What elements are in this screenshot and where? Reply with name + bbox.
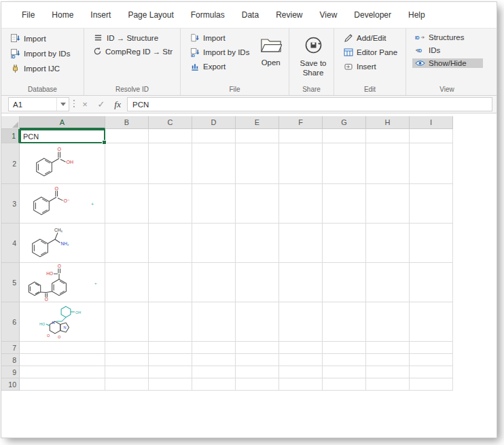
add-edit-button[interactable]: Add/Edit (340, 33, 401, 43)
cell-B6[interactable] (105, 302, 149, 342)
cell-I8[interactable] (410, 354, 453, 366)
row-header-1[interactable]: 1 (1, 129, 20, 143)
cell-A1[interactable]: PCN (20, 129, 105, 143)
cell-E7[interactable] (236, 342, 279, 354)
cell-D6[interactable] (192, 302, 236, 342)
cell-C4[interactable] (149, 224, 192, 263)
cell-G3[interactable] (323, 184, 366, 224)
name-box-dropdown[interactable] (56, 98, 69, 111)
row-header-2[interactable]: 2 (1, 143, 20, 184)
cell-A7[interactable] (20, 342, 105, 354)
cell-I2[interactable] (410, 143, 453, 184)
cell-E4[interactable] (236, 224, 279, 263)
cell-F8[interactable] (279, 354, 323, 366)
menu-tab-page-layout[interactable]: Page Layout (128, 10, 173, 20)
file-import-button[interactable]: Import (187, 33, 252, 43)
cell-I5[interactable] (410, 263, 453, 302)
file-export-button[interactable]: Export (187, 61, 252, 72)
column-header-G[interactable]: G (323, 116, 366, 129)
cell-I6[interactable] (410, 302, 453, 342)
cell-H5[interactable] (366, 263, 410, 302)
cell-D3[interactable] (192, 184, 236, 224)
cell-D5[interactable] (192, 263, 236, 302)
column-header-B[interactable]: B (105, 116, 149, 129)
cell-E9[interactable] (236, 366, 279, 378)
cell-G8[interactable] (323, 354, 366, 366)
column-header-H[interactable]: H (366, 116, 410, 129)
open-button[interactable]: Open (257, 33, 284, 71)
column-header-D[interactable]: D (192, 116, 236, 129)
cell-I4[interactable] (410, 224, 453, 263)
cell-C7[interactable] (149, 342, 192, 354)
cell-C1[interactable] (149, 129, 192, 143)
cell-H7[interactable] (366, 342, 410, 354)
cell-B4[interactable] (105, 224, 149, 263)
save-to-share-button[interactable]: Save to Share (295, 33, 331, 82)
cell-B1[interactable] (105, 129, 149, 143)
cell-E8[interactable] (236, 354, 279, 366)
cell-G1[interactable] (323, 129, 366, 143)
cell-B2[interactable] (105, 143, 149, 184)
cell-C10[interactable] (149, 378, 192, 391)
cell-F2[interactable] (279, 143, 323, 184)
cell-D10[interactable] (192, 378, 236, 391)
cell-B7[interactable] (105, 342, 149, 354)
cell-I7[interactable] (410, 342, 453, 354)
cell-F6[interactable] (279, 302, 323, 342)
cell-E3[interactable] (236, 184, 279, 224)
cell-D4[interactable] (192, 224, 236, 263)
column-header-C[interactable]: C (149, 116, 192, 129)
cell-A2[interactable]: O OH (20, 143, 105, 184)
cancel-button[interactable]: × (78, 97, 92, 111)
cell-E5[interactable] (236, 263, 279, 302)
column-header-I[interactable]: I (410, 116, 453, 129)
compreg-id-to-str-button[interactable]: CompReg ID → Str (90, 46, 175, 56)
cell-G5[interactable] (323, 263, 366, 302)
menu-tab-view[interactable]: View (320, 10, 338, 20)
cell-C6[interactable] (149, 302, 192, 342)
row-header-9[interactable]: 9 (1, 366, 20, 378)
cell-A6[interactable]: OH N N O O HO (20, 302, 105, 342)
cell-I9[interactable] (410, 366, 453, 378)
cell-A10[interactable] (20, 378, 105, 391)
cell-G2[interactable] (323, 143, 366, 184)
cell-E6[interactable] (236, 302, 279, 342)
cell-F3[interactable] (279, 184, 323, 224)
select-all-corner[interactable] (1, 116, 20, 129)
formula-bar-drag-handle[interactable] (72, 97, 75, 111)
formula-input[interactable]: PCN (127, 97, 492, 111)
cell-F7[interactable] (279, 342, 323, 354)
cell-B3[interactable] (105, 184, 149, 224)
cell-D9[interactable] (192, 366, 236, 378)
cell-A3[interactable]: O O⁻ + (20, 184, 105, 224)
menu-tab-data[interactable]: Data (242, 10, 259, 20)
cell-H10[interactable] (366, 378, 410, 391)
cell-B9[interactable] (105, 366, 149, 378)
database-import-by-ids-button[interactable]: ID Import by IDs (7, 48, 79, 59)
database-import-button[interactable]: Import (7, 33, 79, 44)
file-import-by-ids-button[interactable]: ID Import by IDs (187, 47, 252, 58)
cell-G7[interactable] (323, 342, 366, 354)
cell-C9[interactable] (149, 366, 192, 378)
row-header-8[interactable]: 8 (1, 354, 20, 366)
cell-E10[interactable] (236, 378, 279, 391)
cell-H8[interactable] (366, 354, 410, 366)
cell-H1[interactable] (366, 129, 410, 143)
menu-tab-developer[interactable]: Developer (354, 10, 391, 20)
row-header-4[interactable]: 4 (1, 224, 20, 263)
cell-E2[interactable] (236, 143, 279, 184)
cell-F1[interactable] (279, 129, 323, 143)
cell-G4[interactable] (323, 224, 366, 263)
cell-D7[interactable] (192, 342, 236, 354)
database-import-ijc-button[interactable]: Import IJC (7, 63, 79, 74)
ids-toggle-button[interactable]: ID IDs (412, 46, 483, 55)
id-to-structure-button[interactable]: ID → Structure (90, 33, 175, 43)
column-header-E[interactable]: E (236, 116, 279, 129)
cell-G10[interactable] (323, 378, 366, 391)
cell-F5[interactable] (279, 263, 323, 302)
menu-tab-review[interactable]: Review (276, 10, 302, 20)
cell-B10[interactable] (105, 378, 149, 391)
cell-C3[interactable] (149, 184, 192, 224)
cell-D2[interactable] (192, 143, 236, 184)
menu-tab-file[interactable]: File (22, 10, 35, 20)
